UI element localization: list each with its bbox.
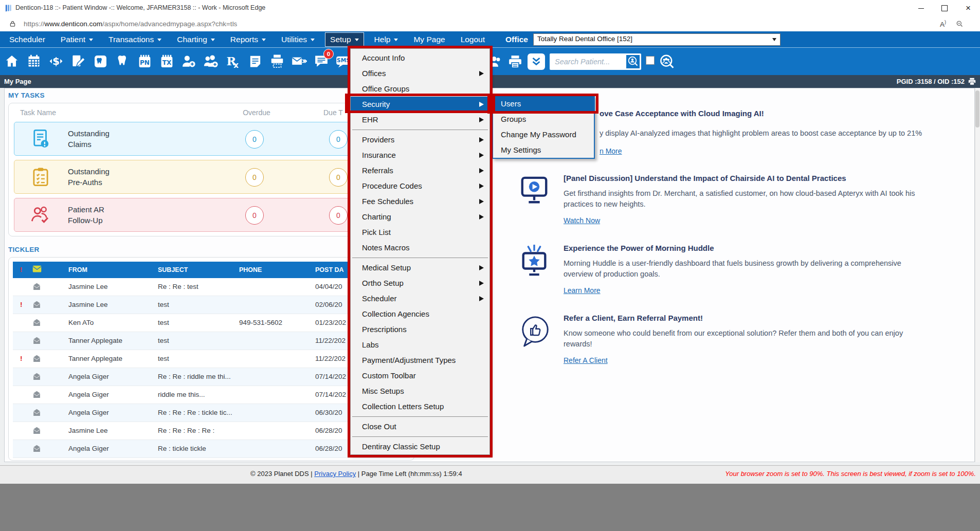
setup-menu-item[interactable]: Charting xyxy=(351,209,489,225)
home-icon[interactable] xyxy=(4,52,20,70)
setup-menu-item[interactable]: Fee Schedules xyxy=(351,194,489,209)
promo-body: Know someone who could benefit from our … xyxy=(564,328,971,350)
nav-item[interactable]: Patient xyxy=(56,32,98,47)
nav-item[interactable]: Utilities xyxy=(276,32,320,47)
setup-menu-item[interactable] xyxy=(351,127,489,132)
nav-item[interactable]: My Page xyxy=(408,32,450,47)
page-print-icon[interactable] xyxy=(968,77,976,88)
promo-list: [Panel Discussion] Understand the Impact… xyxy=(518,174,971,383)
promo-link[interactable]: Learn More xyxy=(564,286,601,295)
column-header-from: FROM xyxy=(68,266,87,273)
browser-address-bar[interactable]: https://www.denticon.com/aspx/home/advan… xyxy=(0,17,980,31)
add-family-icon[interactable] xyxy=(203,52,219,70)
prescriptions-rx-icon[interactable]: Rx xyxy=(225,52,241,70)
setup-menu-item[interactable]: Pick List xyxy=(351,225,489,240)
read-aloud-icon[interactable]: A) xyxy=(940,20,946,28)
setup-menu-item[interactable] xyxy=(351,434,489,439)
setup-menu-item[interactable]: EHR xyxy=(351,112,489,127)
envelope-icon xyxy=(32,372,41,382)
setup-menu-item[interactable]: Office Groups xyxy=(351,81,489,97)
envelope-icon xyxy=(32,300,41,310)
promo-link[interactable]: Refer A Client xyxy=(564,356,608,364)
setup-menu-item[interactable]: Notes Macros xyxy=(351,240,489,255)
setup-menu-item[interactable]: Collection Agencies xyxy=(351,306,489,322)
nav-item[interactable]: Logout xyxy=(456,32,490,47)
setup-menu-item[interactable]: Ortho Setup xyxy=(351,276,489,291)
payments-dollar-icon[interactable]: $ xyxy=(48,52,64,70)
setup-menu-item[interactable]: Misc Setups xyxy=(351,383,489,399)
patient-search-input[interactable] xyxy=(550,53,627,70)
office-select[interactable]: Totally Real Dental Office [152] xyxy=(533,33,781,46)
security-submenu-item[interactable]: Change My Password xyxy=(493,127,594,142)
setup-menu-item[interactable]: Referrals xyxy=(351,163,489,178)
setup-menu-item[interactable]: Prescriptions xyxy=(351,322,489,337)
scheduler-calendar-icon[interactable] xyxy=(26,52,42,70)
my-tasks-heading: MY TASKS xyxy=(8,91,45,99)
treatment-plans-icon[interactable]: TX xyxy=(159,52,174,70)
edit-claims-icon[interactable] xyxy=(70,52,86,70)
maximize-icon xyxy=(941,5,948,11)
nav-item[interactable]: Setup xyxy=(325,32,364,47)
submenu-arrow-icon xyxy=(479,281,484,286)
nav-item[interactable]: Transactions xyxy=(103,32,167,47)
setup-menu-item[interactable]: Custom Toolbar xyxy=(351,368,489,383)
security-submenu-item[interactable]: Users xyxy=(493,96,594,112)
setup-menu-item[interactable]: Insurance xyxy=(351,148,489,163)
setup-menu-item[interactable]: Offices xyxy=(351,66,489,81)
setup-menu-item[interactable]: Payment/Adjustment Types xyxy=(351,353,489,368)
nav-item[interactable]: Help xyxy=(369,32,404,47)
setup-menu-item[interactable]: Security xyxy=(351,97,489,112)
messages-badge: 0 xyxy=(323,49,334,59)
setup-menu-item[interactable]: Procedure Codes xyxy=(351,178,489,194)
maximize-button[interactable] xyxy=(933,0,956,16)
promo-cloud-imaging-link[interactable]: n More xyxy=(600,147,622,155)
promo-title: [Panel Discussion] Understand the Impact… xyxy=(564,174,971,182)
send-mail-icon[interactable] xyxy=(292,52,307,70)
sms-icon[interactable]: SMS xyxy=(336,52,351,70)
notes-icon[interactable] xyxy=(247,52,263,70)
security-submenu-item[interactable]: My Settings xyxy=(493,142,594,158)
envelope-icon xyxy=(32,390,41,400)
setup-menu-item[interactable]: Dentiray Classic Setup xyxy=(351,439,489,454)
nav-item[interactable]: Charting xyxy=(172,32,220,47)
setup-menu-item[interactable]: Account Info xyxy=(351,50,489,66)
setup-menu-item[interactable]: Close Out xyxy=(351,419,489,434)
privacy-policy-link[interactable]: Privacy Policy xyxy=(314,470,356,478)
caret-down-icon xyxy=(157,39,161,41)
scan-icon[interactable] xyxy=(269,52,285,70)
browser-zoom-icon[interactable] xyxy=(956,20,964,30)
promo-link[interactable]: Watch Now xyxy=(564,216,600,225)
page-title: My Page xyxy=(4,78,31,85)
url-text[interactable]: https://www.denticon.com/aspx/home/advan… xyxy=(24,20,237,28)
progress-notes-icon[interactable]: PN xyxy=(137,52,152,70)
messages-icon[interactable]: 0 xyxy=(314,52,329,70)
nav-item[interactable]: Reports xyxy=(225,32,271,47)
menu-item-label: Misc Setups xyxy=(362,387,404,395)
setup-menu-item[interactable]: Labs xyxy=(351,337,489,353)
nav-item[interactable]: Scheduler xyxy=(4,32,50,47)
setup-menu-item[interactable] xyxy=(351,255,489,260)
caret-down-icon xyxy=(394,39,398,41)
task-row[interactable]: OutstandingPre-Auths 0 0 xyxy=(14,160,409,194)
task-row[interactable]: OutstandingClaims 0 0 xyxy=(14,122,409,156)
patient-search-button[interactable] xyxy=(625,54,641,69)
setup-menu-item[interactable] xyxy=(351,414,489,419)
security-submenu-item[interactable]: Groups xyxy=(493,112,594,127)
print-icon[interactable] xyxy=(507,53,523,70)
family-search-icon[interactable] xyxy=(659,53,675,70)
scrollbar-thumb[interactable] xyxy=(975,90,979,127)
setup-menu-item[interactable]: Providers xyxy=(351,132,489,148)
setup-menu-item[interactable]: Scheduler xyxy=(351,291,489,306)
tooth-chart-icon[interactable] xyxy=(93,52,108,70)
search-option-checkbox[interactable] xyxy=(646,56,655,65)
close-button[interactable]: × xyxy=(956,0,980,16)
content-scrollbar[interactable] xyxy=(975,88,980,462)
minimize-button[interactable] xyxy=(909,0,933,16)
collapse-chevrons-icon[interactable] xyxy=(528,53,545,70)
setup-menu-item[interactable]: Collection Letters Setup xyxy=(351,399,489,414)
tickler-from: Angela Giger xyxy=(68,404,109,422)
setup-menu-item[interactable]: Medical Setup xyxy=(351,260,489,276)
add-patient-icon[interactable] xyxy=(181,52,196,70)
perio-tooth-icon[interactable] xyxy=(115,52,130,70)
task-row[interactable]: Patient ARFollow-Up 0 0 xyxy=(14,198,409,232)
